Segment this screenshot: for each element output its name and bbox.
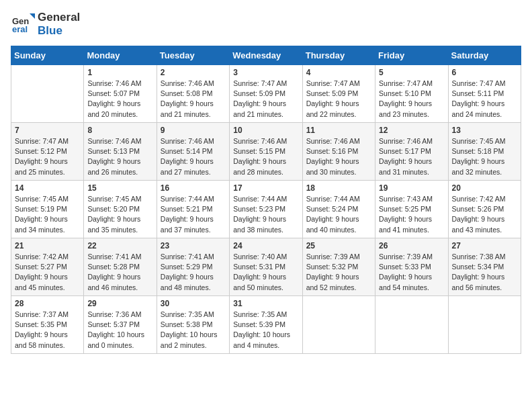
calendar-cell: 18Sunrise: 7:44 AMSunset: 5:24 PMDayligh… xyxy=(302,181,375,238)
calendar-cell: 5Sunrise: 7:47 AMSunset: 5:10 PMDaylight… xyxy=(375,65,448,123)
calendar-cell: 22Sunrise: 7:41 AMSunset: 5:28 PMDayligh… xyxy=(84,238,157,296)
calendar-cell: 12Sunrise: 7:46 AMSunset: 5:17 PMDayligh… xyxy=(375,123,448,181)
day-number: 16 xyxy=(161,183,226,193)
day-header-saturday: Saturday xyxy=(448,46,521,65)
day-number: 23 xyxy=(161,241,226,250)
day-number: 31 xyxy=(233,299,298,308)
day-info: Sunrise: 7:45 AMSunset: 5:19 PMDaylight:… xyxy=(15,194,80,235)
day-header-tuesday: Tuesday xyxy=(157,46,229,65)
calendar-cell xyxy=(302,296,375,354)
day-info: Sunrise: 7:47 AMSunset: 5:09 PMDaylight:… xyxy=(306,79,371,120)
day-header-monday: Monday xyxy=(84,46,157,65)
days-header-row: SundayMondayTuesdayWednesdayThursdayFrid… xyxy=(11,46,521,65)
day-number: 18 xyxy=(306,183,371,193)
calendar-cell: 19Sunrise: 7:43 AMSunset: 5:25 PMDayligh… xyxy=(375,181,448,238)
day-number: 5 xyxy=(379,68,444,77)
week-row-3: 14Sunrise: 7:45 AMSunset: 5:19 PMDayligh… xyxy=(11,181,521,238)
calendar-cell xyxy=(375,296,448,354)
logo-wordmark: General Blue xyxy=(38,11,80,38)
day-info: Sunrise: 7:42 AMSunset: 5:27 PMDaylight:… xyxy=(15,252,80,293)
day-number: 14 xyxy=(15,183,80,193)
calendar-cell: 26Sunrise: 7:39 AMSunset: 5:33 PMDayligh… xyxy=(375,238,448,296)
day-info: Sunrise: 7:46 AMSunset: 5:14 PMDaylight:… xyxy=(161,136,226,177)
calendar-cell: 24Sunrise: 7:40 AMSunset: 5:31 PMDayligh… xyxy=(230,238,302,296)
day-number: 1 xyxy=(87,68,152,77)
day-info: Sunrise: 7:43 AMSunset: 5:25 PMDaylight:… xyxy=(379,194,444,235)
day-number: 9 xyxy=(161,126,226,135)
day-number: 28 xyxy=(15,299,80,308)
day-info: Sunrise: 7:39 AMSunset: 5:33 PMDaylight:… xyxy=(379,252,444,293)
calendar-cell: 27Sunrise: 7:38 AMSunset: 5:34 PMDayligh… xyxy=(448,238,521,296)
week-row-4: 21Sunrise: 7:42 AMSunset: 5:27 PMDayligh… xyxy=(11,238,521,296)
week-row-5: 28Sunrise: 7:37 AMSunset: 5:35 PMDayligh… xyxy=(11,296,521,354)
day-number: 25 xyxy=(306,241,371,250)
calendar-cell: 17Sunrise: 7:44 AMSunset: 5:23 PMDayligh… xyxy=(230,181,302,238)
day-number: 10 xyxy=(233,126,298,135)
calendar-cell: 11Sunrise: 7:46 AMSunset: 5:16 PMDayligh… xyxy=(302,123,375,181)
day-number: 12 xyxy=(379,126,444,135)
calendar-cell: 8Sunrise: 7:46 AMSunset: 5:13 PMDaylight… xyxy=(84,123,157,181)
calendar-cell: 29Sunrise: 7:36 AMSunset: 5:37 PMDayligh… xyxy=(84,296,157,354)
day-info: Sunrise: 7:47 AMSunset: 5:10 PMDaylight:… xyxy=(379,79,444,120)
day-info: Sunrise: 7:46 AMSunset: 5:08 PMDaylight:… xyxy=(161,79,226,120)
day-number: 6 xyxy=(452,68,517,77)
day-number: 15 xyxy=(87,183,152,193)
day-info: Sunrise: 7:35 AMSunset: 5:39 PMDaylight:… xyxy=(233,310,298,351)
day-number: 4 xyxy=(306,68,371,77)
week-row-2: 7Sunrise: 7:47 AMSunset: 5:12 PMDaylight… xyxy=(11,123,521,181)
day-number: 8 xyxy=(87,126,152,135)
calendar-cell: 6Sunrise: 7:47 AMSunset: 5:11 PMDaylight… xyxy=(448,65,521,123)
day-number: 30 xyxy=(161,299,226,308)
logo-general: General xyxy=(38,11,80,24)
day-info: Sunrise: 7:44 AMSunset: 5:21 PMDaylight:… xyxy=(161,194,226,235)
calendar-cell: 9Sunrise: 7:46 AMSunset: 5:14 PMDaylight… xyxy=(157,123,229,181)
calendar-cell xyxy=(448,296,521,354)
day-header-sunday: Sunday xyxy=(11,46,84,65)
day-info: Sunrise: 7:42 AMSunset: 5:26 PMDaylight:… xyxy=(452,194,517,235)
logo: Gen eral General Blue xyxy=(11,11,80,38)
day-number: 29 xyxy=(87,299,152,308)
day-number: 2 xyxy=(161,68,226,77)
day-header-friday: Friday xyxy=(375,46,448,65)
day-info: Sunrise: 7:44 AMSunset: 5:24 PMDaylight:… xyxy=(306,194,371,235)
header: Gen eral General Blue xyxy=(11,11,521,38)
calendar-cell: 21Sunrise: 7:42 AMSunset: 5:27 PMDayligh… xyxy=(11,238,84,296)
calendar-cell: 31Sunrise: 7:35 AMSunset: 5:39 PMDayligh… xyxy=(230,296,302,354)
day-info: Sunrise: 7:45 AMSunset: 5:20 PMDaylight:… xyxy=(87,194,152,235)
logo-icon: Gen eral xyxy=(11,12,35,36)
svg-text:eral: eral xyxy=(12,24,28,34)
day-info: Sunrise: 7:46 AMSunset: 5:15 PMDaylight:… xyxy=(233,136,298,177)
day-info: Sunrise: 7:38 AMSunset: 5:34 PMDaylight:… xyxy=(452,252,517,293)
day-number: 27 xyxy=(452,241,517,250)
day-info: Sunrise: 7:46 AMSunset: 5:17 PMDaylight:… xyxy=(379,136,444,177)
calendar-cell: 25Sunrise: 7:39 AMSunset: 5:32 PMDayligh… xyxy=(302,238,375,296)
calendar-cell: 14Sunrise: 7:45 AMSunset: 5:19 PMDayligh… xyxy=(11,181,84,238)
day-info: Sunrise: 7:44 AMSunset: 5:23 PMDaylight:… xyxy=(233,194,298,235)
day-number: 20 xyxy=(452,183,517,193)
week-row-1: 1Sunrise: 7:46 AMSunset: 5:07 PMDaylight… xyxy=(11,65,521,123)
calendar-cell: 30Sunrise: 7:35 AMSunset: 5:38 PMDayligh… xyxy=(157,296,229,354)
calendar-cell xyxy=(11,65,84,123)
calendar-cell: 13Sunrise: 7:45 AMSunset: 5:18 PMDayligh… xyxy=(448,123,521,181)
day-info: Sunrise: 7:47 AMSunset: 5:09 PMDaylight:… xyxy=(233,79,298,120)
day-number: 17 xyxy=(233,183,298,193)
day-number: 22 xyxy=(87,241,152,250)
calendar-cell: 7Sunrise: 7:47 AMSunset: 5:12 PMDaylight… xyxy=(11,123,84,181)
day-number: 11 xyxy=(306,126,371,135)
svg-marker-2 xyxy=(30,13,35,19)
calendar-cell: 10Sunrise: 7:46 AMSunset: 5:15 PMDayligh… xyxy=(230,123,302,181)
day-number: 19 xyxy=(379,183,444,193)
day-info: Sunrise: 7:39 AMSunset: 5:32 PMDaylight:… xyxy=(306,252,371,293)
day-number: 7 xyxy=(15,126,80,135)
day-info: Sunrise: 7:45 AMSunset: 5:18 PMDaylight:… xyxy=(452,136,517,177)
calendar-cell: 3Sunrise: 7:47 AMSunset: 5:09 PMDaylight… xyxy=(230,65,302,123)
day-info: Sunrise: 7:46 AMSunset: 5:16 PMDaylight:… xyxy=(306,136,371,177)
day-number: 3 xyxy=(233,68,298,77)
day-info: Sunrise: 7:37 AMSunset: 5:35 PMDaylight:… xyxy=(15,310,80,351)
day-number: 13 xyxy=(452,126,517,135)
calendar-cell: 2Sunrise: 7:46 AMSunset: 5:08 PMDaylight… xyxy=(157,65,229,123)
day-number: 24 xyxy=(233,241,298,250)
day-info: Sunrise: 7:46 AMSunset: 5:13 PMDaylight:… xyxy=(87,136,152,177)
day-header-thursday: Thursday xyxy=(302,46,375,65)
day-info: Sunrise: 7:46 AMSunset: 5:07 PMDaylight:… xyxy=(87,79,152,120)
